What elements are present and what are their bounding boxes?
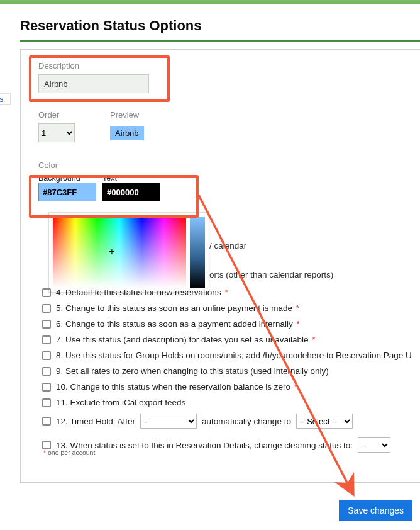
option-text-5: 5. Change to this status as soon as an o… (56, 303, 299, 313)
hue-saturation-area[interactable]: + (53, 217, 186, 288)
left-panel-stub: s (0, 93, 11, 105)
option-row-13: 13. When status is set to this in Reserv… (42, 437, 420, 453)
checkbox-5[interactable] (42, 304, 51, 313)
checkbox-11[interactable] (42, 398, 51, 407)
option-row-5: 5. Change to this status as soon as an o… (42, 303, 420, 313)
option-text-13: 13. When status is set to this in Reserv… (56, 441, 353, 450)
order-select[interactable]: 1 (38, 123, 75, 142)
option-text-10: 10. Change to this status when the reser… (56, 382, 297, 392)
option-text-9: 9. Set all rates to zero when changing t… (56, 366, 329, 376)
option-row-9: 9. Set all rates to zero when changing t… (42, 366, 420, 376)
option-text-6: 6. Change to this status as soon as a pa… (56, 319, 300, 329)
title-underline (20, 40, 420, 42)
page-title: Reservation Status Options (20, 18, 202, 34)
text-color-input[interactable] (102, 183, 160, 201)
option-row-4: 4. Default to this status for new reserv… (42, 288, 420, 297)
option-text-partial-reports: orts (other than calendar reports) (209, 270, 333, 279)
option-text-12b: automatically change to (202, 417, 291, 426)
description-section: Description (38, 61, 149, 93)
preview-label: Preview (110, 110, 144, 120)
text-color-label: Text (102, 174, 160, 183)
cleaning-status-select[interactable]: -- (358, 437, 390, 453)
checkbox-8[interactable] (42, 351, 51, 360)
preview-chip: Airbnb (110, 126, 144, 140)
description-label: Description (38, 61, 149, 70)
option-text-4: 4. Default to this status for new reserv… (56, 288, 228, 297)
option-row-11: 11. Exclude from iCal export feeds (42, 398, 420, 407)
timed-hold-target-select[interactable]: -- Select -- (296, 414, 353, 429)
timed-hold-duration-select[interactable]: -- (140, 414, 197, 429)
option-text-7: 7. Use this status (and description) for… (56, 335, 316, 344)
option-text-12a: 12. Timed Hold: After (56, 417, 135, 426)
option-row-8: 8. Use this status for Group Holds on ro… (42, 351, 420, 360)
options-list: 4. Default to this status for new reserv… (42, 288, 420, 459)
footnote: * one per account (42, 449, 95, 456)
preview-section: Preview Airbnb (110, 110, 144, 140)
color-label: Color (38, 161, 160, 170)
checkbox-4[interactable] (42, 288, 51, 297)
order-label: Order (38, 110, 75, 120)
option-text-11: 11. Exclude from iCal export feeds (56, 398, 185, 407)
top-accent-bar (0, 0, 420, 4)
option-row-7: 7. Use this status (and description) for… (42, 335, 420, 344)
option-text-partial-calendar: / calendar (209, 241, 246, 251)
option-row-6: 6. Change to this status as soon as a pa… (42, 319, 420, 329)
description-input[interactable] (38, 74, 149, 93)
form-panel: Description Order 1 Preview Airbnb Color… (20, 49, 420, 483)
option-row-12: 12. Timed Hold: After -- automatically c… (42, 414, 420, 429)
order-section: Order 1 (38, 110, 75, 142)
picker-crosshair-icon: + (108, 248, 116, 256)
color-picker-panel: + (48, 212, 209, 293)
checkbox-6[interactable] (42, 320, 51, 329)
option-text-8: 8. Use this status for Group Holds on ro… (56, 351, 412, 360)
background-label: Background (38, 174, 96, 183)
checkbox-13[interactable] (42, 441, 51, 449)
checkbox-12[interactable] (42, 417, 51, 426)
lightness-slider[interactable] (190, 217, 205, 288)
save-changes-button[interactable]: Save changes (339, 500, 412, 521)
checkbox-10[interactable] (42, 383, 51, 392)
checkbox-7[interactable] (42, 335, 51, 344)
option-row-10: 10. Change to this status when the reser… (42, 382, 420, 392)
checkbox-9[interactable] (42, 367, 51, 376)
color-section: Color Background Text (38, 161, 160, 201)
background-color-input[interactable] (38, 183, 96, 201)
